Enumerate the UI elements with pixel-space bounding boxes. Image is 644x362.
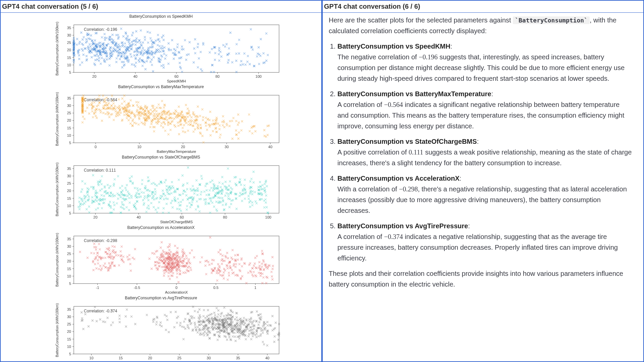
- svg-text:25: 25: [177, 356, 181, 360]
- svg-text:10: 10: [67, 63, 71, 67]
- svg-text:15: 15: [67, 337, 71, 341]
- analysis-body-pre: A correlation of: [337, 233, 384, 240]
- right-panel-title: GPT4 chat conversation (6 / 6): [323, 1, 643, 13]
- svg-text:AccelerationX: AccelerationX: [165, 290, 188, 294]
- scatter-chart-stack: BatteryConsumption vs SpeedKMH2040608010…: [3, 14, 319, 361]
- svg-text:Correlation: 0.111: Correlation: 0.111: [84, 168, 116, 173]
- svg-text:35: 35: [67, 167, 71, 171]
- svg-text:Correlation: -0.298: Correlation: -0.298: [84, 238, 117, 243]
- svg-text:0.5: 0.5: [213, 286, 218, 290]
- chart-title: BatteryConsumption vs BatteryMaxTemperat…: [3, 84, 319, 89]
- left-panel-title: GPT4 chat conversation (5 / 6): [1, 1, 321, 13]
- svg-text:BatteryConsumption (kWh/100km): BatteryConsumption (kWh/100km): [55, 22, 59, 75]
- analysis-item: BatteryConsumption vs BatteryMaxTemperat…: [337, 88, 632, 131]
- svg-text:40: 40: [137, 215, 141, 219]
- svg-text:0: 0: [175, 286, 177, 290]
- svg-text:Correlation: -0.374: Correlation: -0.374: [84, 309, 117, 313]
- svg-text:100: 100: [256, 74, 262, 78]
- svg-text:20: 20: [148, 356, 152, 360]
- svg-text:5: 5: [69, 70, 71, 74]
- analysis-item-title: BatteryConsumption vs AvgTirePressure: [337, 222, 468, 230]
- analysis-item-title: BatteryConsumption vs StateOfChargeBMS: [337, 138, 477, 145]
- svg-text:35: 35: [67, 237, 71, 241]
- analysis-item: BatteryConsumption vs AccelerationX:With…: [337, 173, 632, 216]
- svg-text:-1: -1: [96, 286, 99, 290]
- svg-text:30: 30: [67, 174, 71, 178]
- svg-text:20: 20: [93, 215, 97, 219]
- svg-text:40: 40: [133, 74, 137, 78]
- svg-text:5: 5: [69, 141, 71, 145]
- correlation-value: −0.564: [384, 101, 403, 108]
- svg-text:5: 5: [69, 211, 71, 215]
- right-panel: GPT4 chat conversation (6 / 6) Here are …: [322, 0, 644, 362]
- svg-text:10: 10: [67, 274, 71, 278]
- analysis-item-title: BatteryConsumption vs AccelerationX: [337, 175, 460, 182]
- svg-text:10: 10: [67, 133, 71, 137]
- svg-text:5: 5: [69, 282, 71, 286]
- svg-text:10: 10: [137, 145, 141, 149]
- svg-text:15: 15: [119, 356, 123, 360]
- svg-text:BatteryConsumption (kWh/100km): BatteryConsumption (kWh/100km): [55, 233, 59, 287]
- analysis-body-pre: With a correlation of: [337, 185, 399, 193]
- analysis-list: BatteryConsumption vs SpeedKMH:The negat…: [329, 41, 632, 263]
- outro-paragraph: These plots and their correlation coeffi…: [329, 268, 632, 290]
- svg-text:30: 30: [225, 145, 229, 149]
- svg-text:30: 30: [67, 104, 71, 108]
- svg-text:35: 35: [67, 96, 71, 100]
- svg-text:0: 0: [95, 145, 97, 149]
- scatter-chart: BatteryConsumption vs SpeedKMH2040608010…: [3, 14, 319, 84]
- svg-text:BatteryMaxTemperature: BatteryMaxTemperature: [157, 149, 196, 154]
- scatter-plot-svg: 204060801005101520253035StateOfChargeBMS…: [37, 160, 285, 225]
- analysis-body-pre: A positive correlation of: [337, 148, 409, 156]
- svg-text:35: 35: [67, 307, 71, 311]
- svg-text:20: 20: [67, 118, 71, 122]
- svg-text:35: 35: [236, 356, 240, 360]
- chart-title: BatteryConsumption vs StateOfChargeBMS: [3, 155, 319, 160]
- svg-text:40: 40: [265, 356, 269, 360]
- svg-text:15: 15: [67, 196, 71, 200]
- svg-text:100: 100: [265, 215, 271, 219]
- chart-title: BatteryConsumption vs SpeedKMH: [3, 14, 319, 19]
- svg-text:10: 10: [67, 345, 71, 349]
- scatter-chart: BatteryConsumption vs AvgTirePressure101…: [3, 296, 319, 361]
- svg-text:Correlation: -0.196: Correlation: -0.196: [84, 27, 117, 32]
- scatter-plot-svg: 101520253035405101520253035AvgTirePressu…: [37, 301, 285, 361]
- analysis-body-pre: The negative correlation of: [337, 53, 419, 61]
- svg-text:30: 30: [67, 244, 71, 248]
- analysis-item-title: BatteryConsumption vs BatteryMaxTemperat…: [337, 90, 491, 98]
- svg-text:20: 20: [67, 259, 71, 263]
- svg-text:BatteryConsumption (kWh/100km): BatteryConsumption (kWh/100km): [55, 163, 59, 216]
- svg-text:40: 40: [268, 145, 272, 149]
- svg-text:10: 10: [67, 204, 71, 208]
- svg-text:BatteryConsumption (kWh/100km): BatteryConsumption (kWh/100km): [55, 92, 59, 146]
- correlation-value: −0.196: [419, 53, 437, 61]
- svg-text:60: 60: [174, 74, 178, 78]
- svg-text:30: 30: [67, 33, 71, 37]
- svg-text:-0.5: -0.5: [134, 286, 140, 290]
- analysis-item: BatteryConsumption vs SpeedKMH:The negat…: [337, 41, 632, 84]
- svg-text:30: 30: [207, 356, 211, 360]
- correlation-value: −0.374: [384, 233, 403, 240]
- inline-code: `BatteryConsumption`: [513, 16, 590, 24]
- svg-text:80: 80: [223, 215, 227, 219]
- svg-text:5: 5: [69, 352, 71, 356]
- intro-paragraph: Here are the scatter plots for the selec…: [329, 15, 632, 36]
- svg-text:AvgTirePressure: AvgTirePressure: [163, 361, 190, 361]
- svg-text:25: 25: [67, 322, 71, 326]
- scatter-chart: BatteryConsumption vs AccelerationX-1-0.…: [3, 225, 319, 295]
- svg-text:20: 20: [181, 145, 185, 149]
- svg-text:25: 25: [67, 181, 71, 185]
- intro-pre: Here are the scatter plots for the selec…: [329, 16, 513, 24]
- svg-text:25: 25: [67, 111, 71, 115]
- svg-text:1: 1: [254, 286, 256, 290]
- svg-text:15: 15: [67, 126, 71, 130]
- svg-text:15: 15: [67, 56, 71, 60]
- chart-title: BatteryConsumption vs AvgTirePressure: [3, 296, 319, 300]
- correlation-value: 0.111: [409, 148, 423, 156]
- scatter-chart: BatteryConsumption vs BatteryMaxTemperat…: [3, 84, 319, 154]
- svg-text:20: 20: [67, 48, 71, 52]
- analysis-item-title: BatteryConsumption vs SpeedKMH: [337, 43, 450, 50]
- svg-text:20: 20: [92, 74, 96, 78]
- scatter-chart: BatteryConsumption vs StateOfChargeBMS20…: [3, 155, 319, 225]
- analysis-body-pre: A correlation of: [337, 101, 384, 108]
